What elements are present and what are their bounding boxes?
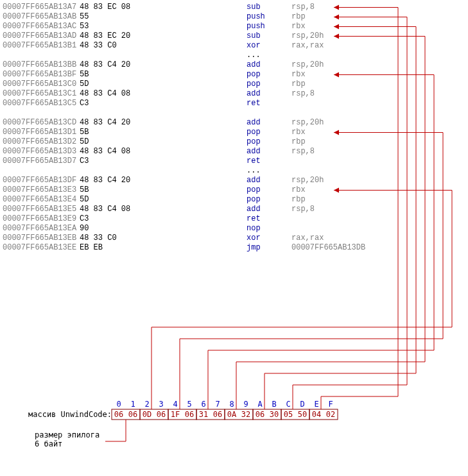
disasm-row: 00007FF665AB13E45Dpoprbp [3, 195, 468, 205]
address: 00007FF665AB13B1 [3, 41, 80, 51]
opcode-bytes: 48 33 C0 [80, 41, 247, 51]
disasm-row: 00007FF665AB13CD48 83 C4 20addrsp,20h [3, 118, 468, 128]
opcode-bytes: 5B [80, 185, 247, 195]
opcode-bytes: 5B [80, 70, 247, 80]
address: 00007FF665AB13D2 [3, 137, 80, 147]
unwind-byte: 30 [270, 410, 279, 419]
unwind-index: 4 [173, 400, 177, 409]
operands: rbx [291, 70, 306, 80]
disasm-row: 00007FF665AB13BF5Bpoprbx [3, 70, 468, 80]
opcode-bytes: 48 83 C4 20 [80, 60, 247, 70]
operands: rsp,20h [291, 118, 324, 128]
address: 00007FF665AB13AC [3, 22, 80, 31]
operands: rbp [291, 195, 306, 205]
epilog-size-label: размер эпилога [35, 430, 100, 439]
ellipsis: ... [3, 166, 468, 176]
operands: rsp,20h [291, 60, 324, 70]
address: 00007FF665AB13D1 [3, 128, 80, 137]
mnemonic: pop [247, 128, 291, 137]
epilog-size-value: 6 байт [35, 439, 62, 448]
mnemonic: push [247, 12, 291, 22]
mnemonic: sub [247, 3, 291, 12]
unwind-array-label: массив UnwindCode: [28, 410, 112, 419]
unwind-index: 0 [116, 400, 121, 409]
address: 00007FF665AB13BF [3, 70, 80, 80]
opcode-bytes: 5D [80, 137, 247, 147]
unwind-index: 6 [201, 400, 205, 409]
unwind-byte: 50 [298, 410, 307, 419]
mnemonic: xor [247, 41, 291, 51]
disasm-row: 00007FF665AB13C5C3ret [3, 99, 468, 108]
unwind-byte: 06 [213, 410, 222, 419]
mnemonic: xor [247, 234, 291, 243]
unwind-byte: 06 [157, 410, 166, 419]
unwind-index: C [286, 400, 290, 409]
address: 00007FF665AB13EA [3, 224, 80, 234]
ellipsis: ... [3, 51, 468, 60]
unwind-index: B [272, 400, 276, 409]
mnemonic: ret [247, 99, 291, 108]
unwind-byte: 04 [312, 410, 321, 419]
disasm-row: 00007FF665AB13C05Dpoprbp [3, 80, 468, 89]
operands: rsp,8 [291, 205, 315, 214]
disasm-row: 00007FF665AB13AD48 83 EC 20subrsp,20h [3, 31, 468, 41]
opcode-bytes: EB EB [80, 243, 247, 253]
address: 00007FF665AB13E4 [3, 195, 80, 205]
opcode-bytes: 48 83 C4 20 [80, 118, 247, 128]
mnemonic: jmp [247, 243, 291, 253]
address: 00007FF665AB13EE [3, 243, 80, 253]
address: 00007FF665AB13E5 [3, 205, 80, 214]
disasm-row: 00007FF665AB13D25Dpoprbp [3, 137, 468, 147]
mnemonic: add [247, 118, 291, 128]
mnemonic: add [247, 205, 291, 214]
unwind-index: D [300, 400, 304, 409]
mnemonic: pop [247, 80, 291, 89]
mnemonic: nop [247, 224, 291, 234]
mnemonic: add [247, 147, 291, 157]
operands: rbx [291, 128, 306, 137]
address: 00007FF665AB13AD [3, 31, 80, 41]
address: 00007FF665AB13E9 [3, 214, 80, 224]
operands: 00007FF665AB13DB [291, 243, 365, 253]
disasm-row: 00007FF665AB13AB55pushrbp [3, 12, 468, 22]
disasm-row: 00007FF665AB13EA90nop [3, 224, 468, 234]
unwind-index: 2 [144, 400, 149, 409]
unwind-index: A [257, 400, 263, 409]
mnemonic: ret [247, 157, 291, 166]
operands: rbp [291, 12, 306, 22]
disasm-row: 00007FF665AB13D348 83 C4 08addrsp,8 [3, 147, 468, 157]
disasm-row: 00007FF665AB13B148 33 C0xorrax,rax [3, 41, 468, 51]
disasm-row: 00007FF665AB13BB48 83 C4 20addrsp,20h [3, 60, 468, 70]
unwind-byte: 1F [171, 410, 180, 419]
mnemonic: sub [247, 31, 291, 41]
mnemonic: add [247, 60, 291, 70]
disasm-row: 00007FF665AB13DF48 83 C4 20addrsp,20h [3, 176, 468, 185]
address: 00007FF665AB13D3 [3, 147, 80, 157]
mnemonic: pop [247, 137, 291, 147]
unwind-index: 8 [229, 400, 234, 409]
opcode-bytes: C3 [80, 214, 247, 224]
opcode-bytes: 48 83 C4 08 [80, 147, 247, 157]
disassembly-listing: 00007FF665AB13A748 83 EC 08subrsp,800007… [3, 3, 468, 253]
unwind-byte: 0A [227, 410, 237, 419]
address: 00007FF665AB13DF [3, 176, 80, 185]
operands: rbx [291, 185, 306, 195]
opcode-bytes: 5D [80, 80, 247, 89]
address: 00007FF665AB13D7 [3, 157, 80, 166]
disasm-row: 00007FF665AB13E548 83 C4 08addrsp,8 [3, 205, 468, 214]
operands: rsp,20h [291, 176, 324, 185]
operands: rax,rax [291, 234, 324, 243]
mnemonic: pop [247, 195, 291, 205]
opcode-bytes: 55 [80, 12, 247, 22]
unwind-byte: 06 [128, 410, 137, 419]
unwind-byte: 06 [185, 410, 194, 419]
unwind-byte: 32 [241, 410, 250, 419]
disasm-row: 00007FF665AB13AC53pushrbx [3, 22, 468, 31]
opcode-bytes: 48 83 C4 08 [80, 205, 247, 214]
unwind-byte: 05 [284, 410, 293, 419]
unwind-byte: 06 [256, 410, 264, 419]
unwind-index: E [314, 400, 318, 409]
disasm-row: 00007FF665AB13EEEB EBjmp00007FF665AB13DB [3, 243, 468, 253]
operands: rsp,8 [291, 147, 315, 157]
unwind-byte: 02 [326, 410, 335, 419]
